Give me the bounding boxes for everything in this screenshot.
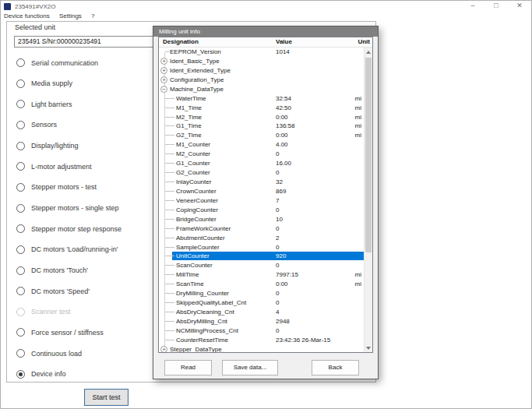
tree-row-scancounter[interactable]: ScanCounter0 (159, 261, 364, 270)
radio-option-continuous-load[interactable]: Continuous load (16, 348, 82, 358)
minimize-button[interactable]: – (461, 0, 484, 12)
row-value: 0 (276, 326, 279, 335)
tree-row-copingcounter[interactable]: CopingCounter0 (159, 206, 364, 215)
tree-connector (165, 210, 174, 210)
radio-option-stepper-motor-step-response[interactable]: Stepper motor step response (16, 224, 122, 234)
radio-icon[interactable] (16, 266, 25, 275)
tree-row-crowncounter[interactable]: CrownCounter869 (159, 187, 364, 196)
radio-icon[interactable] (16, 162, 25, 171)
radio-icon[interactable] (16, 100, 25, 108)
tree-row-inlaycounter[interactable]: InlayCounter32 (159, 178, 364, 187)
radio-icon[interactable] (16, 224, 25, 233)
tree-row-samplecounter[interactable]: SampleCounter0 (159, 243, 364, 252)
radio-option-dc-motors-touch[interactable]: DC motors 'Touch' (16, 266, 88, 276)
tree-row-bridgecounter[interactable]: BridgeCounter10 (159, 215, 364, 224)
expand-icon[interactable]: + (160, 76, 167, 83)
back-button[interactable]: Back (312, 360, 359, 376)
tree-row-absdrycleaning-cnt[interactable]: AbsDryCleaning_Cnt4 (159, 308, 364, 317)
row-designation: VeneerCounter (176, 196, 218, 205)
scroll-down-icon[interactable] (365, 344, 372, 352)
row-designation: M2_Counter (176, 150, 210, 158)
radio-option-display-lighting[interactable]: Display/lighting (16, 141, 79, 151)
tree-row-counterresettime[interactable]: CounterResetTime23:42:36 26-Mar-15 (159, 336, 364, 345)
tree-row-veneercounter[interactable]: VeneerCounter7 (159, 196, 364, 206)
expand-icon[interactable]: + (160, 58, 167, 65)
tree-row-g1-time[interactable]: G1_Time136:58mi (159, 122, 364, 131)
start-test-button[interactable]: Start test (84, 389, 129, 406)
column-value: Value (276, 38, 292, 45)
tree-row-milltime[interactable]: MillTime7997:15mi (159, 270, 364, 280)
tree-row-absdrymilling-cnt[interactable]: AbsDryMilling_Cnt2948 (159, 317, 364, 326)
read-button[interactable]: Read (164, 360, 212, 376)
tree-row-eeprom-version[interactable]: EEPROM_Version1014 (159, 48, 364, 57)
tree-row-drymilling-counter[interactable]: DryMilling_Counter0 (159, 289, 364, 298)
tree-row-abutmentcounter[interactable]: AbutmentCounter2 (159, 234, 364, 243)
radio-option-l-motor-adjustment[interactable]: L-motor adjustment (16, 161, 92, 171)
tree-row-frameworkcounter[interactable]: FrameWorkCounter0 (159, 224, 364, 234)
tree-row-skippedqualitylabel-cnt[interactable]: SkippedQualityLabel_Cnt0 (159, 298, 364, 308)
scrollbar-thumb[interactable] (365, 58, 372, 252)
tree-row-g2-counter[interactable]: G2_Counter0 (159, 168, 364, 178)
row-designation: WaterTime (176, 94, 206, 103)
collapse-icon[interactable]: − (160, 86, 167, 93)
tree-row-configuration-type[interactable]: +Configuration_Type (159, 76, 364, 85)
expand-icon[interactable]: + (160, 346, 167, 352)
row-value: 0 (276, 150, 279, 158)
menu-device-functions[interactable]: Device functions (0, 12, 54, 20)
tree-row-m1-counter[interactable]: M1_Counter4.00 (159, 140, 364, 150)
tree-row-g2-time[interactable]: G2_Time0:00mi (159, 131, 364, 140)
radio-icon[interactable] (16, 370, 25, 379)
tree-row-ncmillingprocess-cnt[interactable]: NCMillingProcess_Cnt0 (159, 326, 364, 336)
close-button[interactable]: ✕ (508, 0, 531, 12)
maximize-button[interactable]: □ (484, 0, 508, 12)
tree-row-scantime[interactable]: ScanTime0:00mi (159, 280, 364, 289)
tree-row-m1-time[interactable]: M1_Time42:50mi (159, 104, 364, 113)
row-value: 0:00 (276, 280, 288, 288)
tree-scrollbar[interactable] (364, 48, 372, 352)
radio-icon[interactable] (16, 328, 25, 337)
radio-icon[interactable] (16, 121, 25, 129)
row-value: 0:00 (276, 113, 288, 122)
row-designation: BridgeCounter (176, 215, 217, 224)
tree-row-m2-time[interactable]: M2_Time0:00mi (159, 113, 364, 122)
tree-row-ident-extended-type[interactable]: +Ident_Extended_Type (159, 66, 364, 76)
radio-icon[interactable] (16, 183, 25, 192)
radio-option-serial-communication[interactable]: Serial communication (16, 58, 98, 68)
tree-row-unitcounter[interactable]: UnitCounter920 (159, 252, 364, 261)
radio-icon[interactable] (16, 79, 25, 88)
menu-settings[interactable]: Settings (55, 12, 86, 20)
radio-option-dc-motors-load-running-in[interactable]: DC motors 'Load/running-in' (16, 245, 118, 255)
radio-option-device-info[interactable]: Device info (16, 369, 66, 379)
radio-icon[interactable] (16, 287, 25, 295)
tree-row-g1-counter[interactable]: G1_Counter16.00 (159, 159, 364, 168)
radio-icon[interactable] (16, 142, 25, 150)
menu-help[interactable]: ? (87, 12, 98, 20)
radio-option-stepper-motors-single-step[interactable]: Stepper motors - single step (16, 203, 119, 213)
radio-icon[interactable] (16, 204, 25, 213)
radio-option-media-supply[interactable]: Media supply (16, 79, 72, 89)
scroll-up-icon[interactable] (365, 48, 372, 56)
column-designation: Designation (163, 38, 199, 45)
radio-label: Light barriers (31, 100, 72, 108)
titlebar[interactable]: 235491#VX2O – □ ✕ (0, 0, 532, 12)
dialog-titlebar[interactable]: Milling unit info (153, 26, 378, 37)
radio-icon[interactable] (16, 58, 25, 67)
radio-option-stepper-motors-test[interactable]: Stepper motors - test (16, 182, 97, 192)
radio-icon[interactable] (16, 349, 25, 358)
tree-row-machine-datatype[interactable]: −Machine_DataType (159, 85, 364, 94)
tree-row-stepper-datatype[interactable]: +Stepper_DataType (159, 345, 364, 352)
tree-row-watertime[interactable]: WaterTime32:54mi (159, 94, 364, 104)
row-value: 4.00 (276, 140, 288, 149)
radio-option-light-barriers[interactable]: Light barriers (16, 99, 72, 109)
radio-option-force-sensor-stiffness[interactable]: Force sensor / stiffness (16, 327, 104, 337)
row-designation: CrownCounter (176, 187, 217, 196)
row-value: 10 (276, 215, 283, 224)
radio-option-dc-motors-speed[interactable]: DC motors 'Speed' (16, 286, 90, 296)
tree-row-ident-basic-type[interactable]: +Ident_Basic_Type (159, 57, 364, 66)
tree-row-m2-counter[interactable]: M2_Counter0 (159, 150, 364, 159)
expand-icon[interactable]: + (160, 67, 167, 74)
tree-connector (165, 330, 174, 331)
save-data-button[interactable]: Save data... (222, 360, 278, 376)
radio-icon[interactable] (16, 245, 25, 254)
radio-option-sensors[interactable]: Sensors (16, 120, 57, 130)
